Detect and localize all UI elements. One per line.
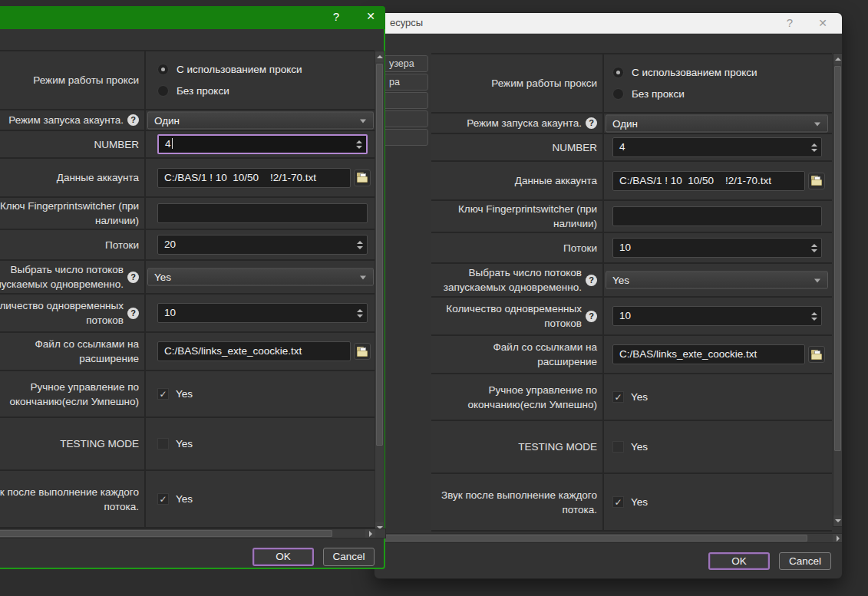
radio-option[interactable]: С использованием прокси	[612, 67, 757, 78]
vertical-scrollbar[interactable]	[375, 51, 384, 534]
checkbox-checked-icon[interactable]: ✓	[612, 496, 624, 508]
file-path-input[interactable]: C:/BAS/links_exte_coockie.txt	[157, 341, 351, 361]
form-row: Количество одновременных потоков?10	[0, 295, 375, 333]
help-icon[interactable]: ?	[127, 272, 139, 283]
scrollbar-thumb[interactable]	[378, 535, 807, 542]
file-path-input[interactable]: C:/BAS/1 ! 10 10/50 !2/1-70.txt	[612, 171, 805, 191]
spinner-buttons[interactable]	[811, 138, 817, 156]
number-spinner[interactable]: 10	[157, 303, 368, 323]
titlebar[interactable]: ? ✕	[0, 6, 385, 29]
side-tab-button[interactable]: ра	[381, 74, 428, 91]
spin-down-icon[interactable]	[357, 314, 363, 318]
checkbox-label: Yes	[176, 493, 193, 505]
radio-option[interactable]: Без прокси	[157, 85, 302, 97]
field-label: Ручное управление по окончанию(если Умпе…	[0, 380, 139, 409]
ok-button[interactable]: OK	[252, 548, 314, 566]
scroll-right-button[interactable]	[365, 529, 375, 538]
help-icon[interactable]: ?	[127, 308, 139, 319]
dropdown-select[interactable]: Yes	[147, 268, 374, 286]
scroll-down-button[interactable]	[833, 515, 842, 526]
file-path-input[interactable]: C:/BAS/1 ! 10 10/50 !2/1-70.txt	[157, 168, 351, 188]
number-spinner[interactable]: 4	[157, 134, 368, 154]
radio-icon[interactable]	[157, 85, 169, 97]
help-icon[interactable]: ?	[586, 117, 597, 129]
form-row: Режим работы проксиС использованием прок…	[431, 54, 832, 114]
spin-down-icon[interactable]	[811, 318, 817, 321]
spin-up-icon[interactable]	[357, 241, 363, 244]
spin-up-icon[interactable]	[811, 312, 817, 315]
spin-up-icon[interactable]	[357, 309, 363, 312]
horizontal-scrollbar[interactable]	[375, 533, 843, 543]
text-input[interactable]	[612, 206, 822, 226]
radio-selected-icon[interactable]	[612, 67, 624, 78]
horizontal-scrollbar[interactable]	[0, 528, 386, 538]
browse-file-button[interactable]	[354, 170, 371, 186]
help-icon[interactable]: ?	[127, 114, 139, 126]
spinner-buttons[interactable]	[356, 136, 362, 153]
dropdown-select[interactable]: Yes	[606, 272, 828, 289]
ok-button[interactable]: OK	[708, 552, 770, 570]
dropdown-select[interactable]: Один	[606, 114, 828, 132]
side-tab-button[interactable]	[381, 92, 428, 109]
side-tab-button[interactable]	[381, 110, 428, 127]
titlebar-close-button[interactable]: ✕	[361, 7, 381, 25]
titlebar[interactable]: есурсы ? ✕	[375, 13, 842, 34]
help-icon[interactable]: ?	[586, 311, 597, 322]
field-label: Режим работы прокси	[491, 76, 597, 91]
file-path-input[interactable]: C:/BAS/links_exte_coockie.txt	[612, 344, 805, 364]
cancel-button[interactable]: Cancel	[323, 548, 375, 566]
side-tab-button[interactable]	[381, 129, 428, 146]
spin-up-icon[interactable]	[356, 140, 362, 143]
number-spinner[interactable]: 10	[612, 306, 822, 326]
radio-icon[interactable]	[612, 88, 624, 100]
field-label-cell: Потоки	[431, 233, 604, 262]
spinner-buttons[interactable]	[357, 235, 363, 254]
spinner-buttons[interactable]	[357, 304, 363, 322]
dropdown-select[interactable]: Один	[147, 111, 374, 129]
form-row: Файл со ссылками на расширениеC:/BAS/lin…	[431, 336, 832, 374]
checkbox-unchecked-icon[interactable]	[612, 441, 624, 453]
side-tab-button[interactable]: узера	[381, 55, 428, 72]
browse-file-button[interactable]	[354, 343, 371, 360]
spin-down-icon[interactable]	[811, 149, 817, 152]
scroll-up-button[interactable]	[375, 51, 384, 62]
field-label-cell: Количество одновременных потоков?	[0, 295, 146, 331]
titlebar-close-button[interactable]: ✕	[813, 14, 833, 32]
titlebar-help-button[interactable]: ?	[326, 8, 346, 26]
radio-option[interactable]: С использованием прокси	[157, 64, 302, 75]
browse-file-button[interactable]	[808, 346, 825, 363]
checkbox-checked-icon[interactable]: ✓	[157, 388, 169, 400]
help-icon[interactable]: ?	[586, 275, 597, 286]
cancel-button[interactable]: Cancel	[779, 552, 831, 570]
chevron-down-icon	[360, 119, 366, 123]
checkbox-checked-icon[interactable]: ✓	[157, 493, 169, 505]
browse-file-button[interactable]	[808, 173, 825, 189]
scroll-up-button[interactable]	[833, 54, 842, 64]
radio-option[interactable]: Без прокси	[612, 88, 757, 100]
vertical-scrollbar[interactable]	[833, 53, 843, 527]
spinner-buttons[interactable]	[811, 239, 817, 257]
input-value: C:/BAS/links_exte_coockie.txt	[164, 345, 302, 357]
checkbox-label: Yes	[631, 496, 648, 508]
spin-up-icon[interactable]	[811, 244, 817, 247]
scroll-right-button[interactable]	[833, 534, 843, 542]
spinner-buttons[interactable]	[811, 307, 817, 325]
radio-selected-icon[interactable]	[157, 64, 169, 75]
number-spinner[interactable]: 4	[612, 137, 822, 157]
scrollbar-thumb[interactable]	[0, 530, 332, 537]
text-input[interactable]	[157, 203, 368, 223]
spin-down-icon[interactable]	[356, 146, 362, 149]
spin-down-icon[interactable]	[357, 246, 363, 249]
checkbox-checked-icon[interactable]: ✓	[612, 391, 624, 403]
scrollbar-thumb[interactable]	[376, 64, 383, 446]
field-label: Потоки	[563, 241, 597, 255]
field-label: Файл со ссылками на расширение	[431, 340, 597, 369]
desktop-background: есурсы ? ✕ узерара Режим работы проксиС …	[0, 0, 868, 596]
number-spinner[interactable]: 10	[612, 238, 822, 258]
scrollbar-thumb[interactable]	[834, 66, 841, 451]
number-spinner[interactable]: 20	[157, 235, 368, 255]
checkbox-unchecked-icon[interactable]	[157, 438, 169, 449]
spin-up-icon[interactable]	[811, 143, 817, 147]
spin-down-icon[interactable]	[811, 249, 817, 252]
titlebar-help-button[interactable]: ?	[780, 14, 800, 32]
